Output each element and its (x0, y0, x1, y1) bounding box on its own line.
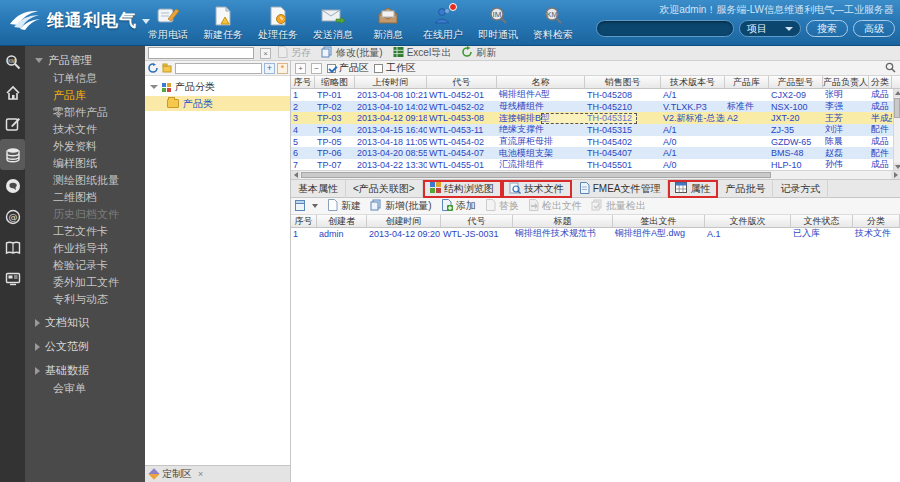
sidebar-item-2[interactable]: 产品库 (25, 87, 145, 104)
sidebar-item-13[interactable]: 委外加工文件 (25, 274, 145, 291)
column-header[interactable]: 标题 (513, 215, 613, 227)
column-header[interactable]: 产品库 (725, 76, 769, 88)
nav-item-7[interactable]: IM即时通讯 (476, 5, 520, 42)
file-toolbar-button-2[interactable]: 新建 (327, 199, 361, 213)
rail-home-icon[interactable] (0, 77, 25, 108)
sidebar-item-9[interactable]: 历史归档文件 (25, 206, 145, 223)
column-header[interactable]: 创建时间 (367, 215, 441, 227)
horizontal-scrollbar[interactable] (291, 170, 900, 179)
file-toolbar-button-4[interactable]: 添加 (441, 199, 476, 213)
rail-chat-icon[interactable] (0, 170, 25, 201)
sidebar-item-1[interactable]: 订单信息 (25, 70, 145, 87)
sidebar-item-11[interactable]: 作业指导书 (25, 240, 145, 257)
quick-filter-input[interactable] (148, 47, 254, 59)
column-header[interactable]: 序号 (291, 76, 315, 88)
column-header[interactable]: 代号 (427, 76, 497, 88)
file-toolbar-button-1[interactable] (295, 200, 318, 213)
advanced-search-button[interactable]: 高级 (853, 20, 895, 37)
detail-tab-5[interactable]: FMEA文件管理 (572, 180, 669, 198)
tree-expand-button[interactable]: + (264, 63, 275, 74)
rail-monitor-icon[interactable] (0, 263, 25, 294)
sidebar-item-5[interactable]: 外发资料 (25, 138, 145, 155)
detail-tab-4[interactable]: 技术文件 (502, 180, 572, 198)
column-header[interactable]: 产品型号 (769, 76, 823, 88)
sidebar-item-14[interactable]: 专利与动态 (25, 291, 145, 308)
detail-tab-8[interactable]: 记录方式 (773, 180, 828, 198)
column-header[interactable]: 序号 (291, 215, 317, 227)
column-header[interactable]: 销售图号 (585, 76, 661, 88)
table-search-icon[interactable] (885, 62, 896, 75)
app-logo[interactable]: 维通利电气 (8, 8, 150, 32)
column-header[interactable]: 文件版次 (705, 215, 791, 227)
rail-at-circle-icon[interactable]: @ (0, 201, 25, 232)
search-button[interactable]: 搜索 (806, 20, 848, 37)
scroll-up-icon[interactable] (894, 89, 900, 97)
rail-book-icon[interactable] (0, 232, 25, 263)
sidebar-item-4[interactable]: 技术文件 (25, 121, 145, 138)
vertical-scroll-thumb[interactable] (894, 98, 900, 118)
column-header[interactable]: 名称 (497, 76, 585, 88)
column-header[interactable]: 缩略图 (315, 76, 355, 88)
table-row[interactable]: 3TP-032013-04-12 09:18WTL-0453-08连接铜排B型T… (291, 112, 900, 124)
search-scope-dropdown[interactable]: 项目 (739, 20, 801, 37)
clear-filter-button[interactable]: × (260, 48, 271, 59)
sidebar-item-7[interactable]: 测绘图纸批量 (25, 172, 145, 189)
rail-database-icon[interactable] (0, 139, 25, 170)
nav-item-4[interactable]: 发送消息 (311, 5, 355, 42)
sidebar-group-3[interactable]: 公文范例 (25, 332, 145, 356)
rail-km-search-icon[interactable]: KM (0, 46, 25, 77)
toolbar-button-2[interactable]: 修改(批量) (321, 46, 383, 60)
column-header[interactable]: 上传时间 (355, 76, 427, 88)
detail-tab-1[interactable]: 基本属性 (291, 180, 346, 198)
scroll-right-icon[interactable] (891, 171, 900, 179)
sidebar-group-1[interactable]: 产品管理 (25, 46, 145, 70)
column-header[interactable]: 文件状态 (791, 215, 853, 227)
column-header[interactable]: 代号 (441, 215, 513, 227)
nav-item-5[interactable]: 新消息 (366, 5, 410, 42)
table-row[interactable]: 2TP-022013-04-10 14:02WTL-0452-02母线槽组件TH… (291, 101, 900, 113)
tree-root-node[interactable]: 产品分类 (145, 80, 290, 94)
column-header[interactable]: 技术版本号 (661, 76, 725, 88)
file-toolbar-button-3[interactable]: 新增(批量) (370, 199, 432, 213)
sidebar-item-plain[interactable]: 会审单 (25, 380, 145, 397)
close-icon[interactable]: × (198, 469, 203, 479)
column-header[interactable]: 分类 (869, 76, 892, 88)
sidebar-group-4[interactable]: 基础数据 (25, 356, 145, 380)
vertical-scrollbar[interactable] (893, 89, 900, 171)
work-area-checkbox[interactable]: 工作区 (374, 61, 416, 75)
detail-tab-3[interactable]: 结构浏览图 (423, 180, 502, 198)
nav-item-1[interactable]: 常用电话 (146, 5, 190, 42)
global-search-input[interactable] (596, 20, 734, 37)
toolbar-button-3[interactable]: Excel导出 (393, 46, 451, 60)
column-header[interactable]: 产品负责人 (823, 76, 869, 88)
sidebar-item-6[interactable]: 编样图纸 (25, 155, 145, 172)
scroll-left-icon[interactable] (291, 171, 300, 179)
nav-item-8[interactable]: KM资料检索 (531, 5, 575, 42)
horizontal-scroll-thumb[interactable] (301, 172, 771, 178)
sidebar-group-2[interactable]: 文档知识 (25, 308, 145, 332)
toolbar-button-4[interactable]: 刷新 (461, 46, 496, 60)
column-header[interactable]: 创建者 (317, 215, 367, 227)
bottom-tab[interactable]: 定制区 × (145, 465, 290, 482)
product-area-checkbox[interactable]: 产品区 (327, 61, 369, 75)
table-row[interactable]: 6TP-062013-04-20 08:55WTL-0454-07电池模组支架T… (291, 147, 900, 159)
table-row[interactable]: 1admin2013-04-12 09:20WTL-JS-0031铜排组件技术规… (291, 228, 900, 240)
tree-collapse-button[interactable]: * (277, 63, 288, 74)
column-header[interactable]: 分类 (853, 215, 900, 227)
nav-item-3[interactable]: 处理任务 (256, 5, 300, 42)
tree-child-node[interactable]: 产品类 (145, 96, 290, 111)
column-header[interactable]: 签出文件 (613, 215, 705, 227)
sidebar-item-3[interactable]: 零部件产品 (25, 104, 145, 121)
tree-settings-icon[interactable] (161, 62, 173, 74)
sidebar-item-10[interactable]: 工艺文件卡 (25, 223, 145, 240)
table-row[interactable]: 1TP-012013-04-08 10:21WTL-0452-01铜排组件A型T… (291, 89, 900, 101)
detail-tab-7[interactable]: 产品批号 (718, 180, 773, 198)
table-row[interactable]: 4TP-042013-04-15 16:40WTL-0453-11绝缘支撑件TH… (291, 124, 900, 136)
table-row[interactable]: 5TP-052013-04-18 11:05WTL-0454-02直流屏柜母排T… (291, 136, 900, 148)
sidebar-item-8[interactable]: 二维图档 (25, 189, 145, 206)
detail-tab-2[interactable]: <产品关联图> (346, 180, 423, 198)
sidebar-item-12[interactable]: 检验记录卡 (25, 257, 145, 274)
rail-compose-icon[interactable] (0, 108, 25, 139)
collapse-all-button[interactable]: − (311, 63, 322, 74)
tree-refresh-icon[interactable] (147, 62, 159, 74)
